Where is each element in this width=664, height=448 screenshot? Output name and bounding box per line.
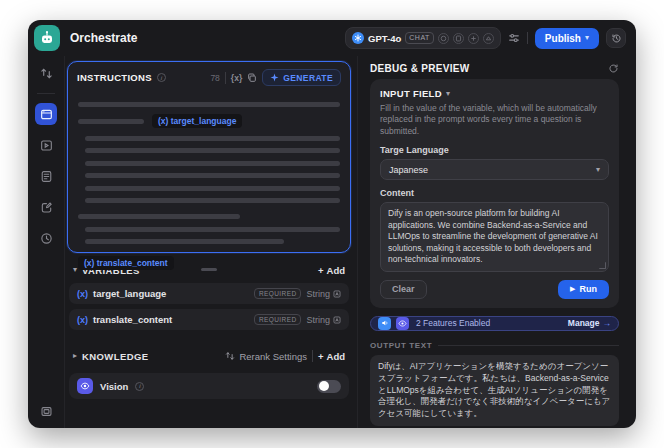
output-title: OUTPUT TEXT — [370, 341, 432, 350]
variable-tag-translate-content[interactable]: (x) translate_content — [78, 256, 174, 270]
target-language-select[interactable]: Japanese ▾ — [380, 159, 609, 180]
content-label: Content — [380, 188, 609, 198]
rerank-settings-button[interactable]: Rerank Settings — [225, 351, 307, 362]
add-label: Add — [327, 351, 345, 362]
rail-item-switch-icon[interactable] — [35, 62, 57, 84]
rail-item-preview-icon[interactable] — [35, 134, 57, 156]
page-title: Orchestrate — [70, 31, 137, 45]
insert-variable-button[interactable]: {x} — [231, 73, 242, 83]
vision-label: Vision — [100, 381, 128, 392]
add-knowledge-button[interactable]: + Add — [318, 351, 345, 362]
chat-mode-badge: CHAT — [405, 32, 434, 44]
rail-item-logs-icon[interactable] — [35, 165, 57, 187]
play-icon: ▶ — [570, 285, 575, 293]
variable-type[interactable]: String — [306, 289, 341, 299]
run-button[interactable]: ▶ Run — [558, 280, 609, 299]
variable-icon: (x) — [77, 315, 88, 325]
output-divider — [438, 345, 619, 346]
selected-language: Japanese — [389, 165, 428, 175]
model-selector[interactable]: GPT-4o CHAT — [345, 27, 501, 49]
window-body: INSTRUCTIONS i 78 {x} GENERATE — [28, 56, 636, 428]
topbar-right: GPT-4o CHAT Publish ▾ — [345, 27, 626, 49]
vision-toggle[interactable] — [317, 380, 341, 393]
input-field-card: INPUT FIELD ▾ Fill in the value of the v… — [370, 79, 619, 308]
variable-row-target-language[interactable]: (x) target_language REQUIRED String — [69, 283, 349, 304]
vision-feature-icon — [396, 317, 409, 330]
resize-corner-icon[interactable] — [599, 262, 606, 269]
refresh-icon[interactable] — [608, 63, 619, 74]
chevron-down-icon: ▾ — [446, 90, 450, 98]
variable-name: target_language — [93, 288, 249, 299]
model-capability-icon-1 — [438, 33, 449, 44]
generate-button[interactable]: GENERATE — [262, 69, 341, 86]
content-textarea[interactable]: Dify is an open-source platform for buil… — [380, 202, 609, 271]
variable-icon: (x) — [77, 289, 88, 299]
rail-item-history-icon[interactable] — [35, 227, 57, 249]
instructions-title: INSTRUCTIONS — [77, 72, 152, 83]
features-enabled-bar[interactable]: 2 Features Enabled Manage → — [370, 316, 619, 331]
info-icon: i — [135, 382, 144, 391]
input-field-header[interactable]: INPUT FIELD ▾ — [380, 88, 609, 99]
debug-preview-panel: DEBUG & PREVIEW INPUT FIELD ▾ Fill in th… — [357, 56, 636, 428]
input-field-description: Fill in the value of the variable, which… — [380, 103, 609, 137]
openai-icon — [352, 32, 364, 44]
manage-label: Manage — [568, 318, 600, 328]
required-badge: REQUIRED — [254, 314, 302, 325]
target-language-label: Targe Language — [380, 145, 609, 155]
variable-row-translate-content[interactable]: (x) translate_content REQUIRED String — [69, 309, 349, 330]
rerank-icon — [225, 351, 235, 361]
model-capability-icon-4 — [483, 33, 494, 44]
debug-title: DEBUG & PREVIEW — [370, 63, 608, 74]
generate-label: GENERATE — [283, 73, 333, 83]
plus-icon: + — [318, 351, 324, 362]
knowledge-title: KNOWLEDGE — [82, 351, 148, 362]
variable-name: translate_content — [93, 314, 249, 325]
chevron-down-icon: ▾ — [596, 166, 600, 174]
char-count: 78 — [210, 73, 219, 83]
model-capability-icon-2 — [453, 33, 464, 44]
instructions-content[interactable]: (x) target_language — [68, 89, 350, 274]
rail-item-annotation-icon[interactable] — [35, 196, 57, 218]
copy-icon[interactable] — [247, 73, 257, 83]
publish-label: Publish — [545, 33, 581, 44]
info-icon: i — [157, 73, 166, 82]
string-type-icon — [333, 316, 341, 324]
knowledge-header[interactable]: ▸ KNOWLEDGE Rerank Settings + Add — [67, 343, 351, 369]
app-window: Orchestrate GPT-4o CHAT — [28, 20, 636, 428]
instructions-editor[interactable]: INSTRUCTIONS i 78 {x} GENERATE — [67, 61, 351, 253]
rail-divider — [37, 93, 55, 94]
clear-button[interactable]: Clear — [380, 280, 427, 299]
required-badge: REQUIRED — [254, 288, 302, 299]
features-enabled-text: 2 Features Enabled — [416, 318, 563, 328]
chevron-down-icon: ▾ — [585, 34, 589, 42]
chevron-right-icon: ▸ — [73, 352, 77, 360]
knowledge-divider — [312, 350, 313, 362]
output-header: OUTPUT TEXT — [370, 341, 619, 350]
model-capability-icon-3 — [468, 33, 479, 44]
run-label: Run — [580, 284, 598, 294]
left-rail — [28, 56, 65, 428]
model-params-icon[interactable] — [508, 32, 520, 44]
resize-handle[interactable] — [201, 268, 217, 271]
history-button[interactable] — [606, 28, 626, 48]
output-text-card: Difyは、AIアプリケーションを構築するためのオープンソースプラットフォームで… — [370, 355, 619, 426]
orchestrate-panel: INSTRUCTIONS i 78 {x} GENERATE — [65, 56, 357, 428]
topbar-left: Orchestrate — [34, 25, 137, 51]
model-name: GPT-4o — [368, 33, 401, 44]
content-value: Dify is an open-source platform for buil… — [388, 208, 598, 264]
vision-feature-row: Vision i — [69, 373, 349, 399]
variable-type[interactable]: String — [306, 315, 341, 325]
input-actions: Clear ▶ Run — [380, 280, 609, 299]
app-robot-icon[interactable] — [34, 25, 60, 51]
header-divider — [225, 72, 226, 84]
rail-item-orchestrate-icon[interactable] — [35, 103, 57, 125]
tts-feature-icon — [378, 317, 391, 330]
instructions-header: INSTRUCTIONS i 78 {x} GENERATE — [68, 62, 350, 89]
arrow-right-icon: → — [603, 318, 612, 328]
rail-item-collapse-icon[interactable] — [35, 400, 57, 422]
debug-header: DEBUG & PREVIEW — [370, 63, 619, 74]
sparkle-icon — [270, 73, 279, 82]
publish-button[interactable]: Publish ▾ — [535, 28, 599, 49]
manage-features-button[interactable]: Manage → — [568, 318, 611, 328]
variable-tag-target-language[interactable]: (x) target_language — [152, 114, 242, 128]
